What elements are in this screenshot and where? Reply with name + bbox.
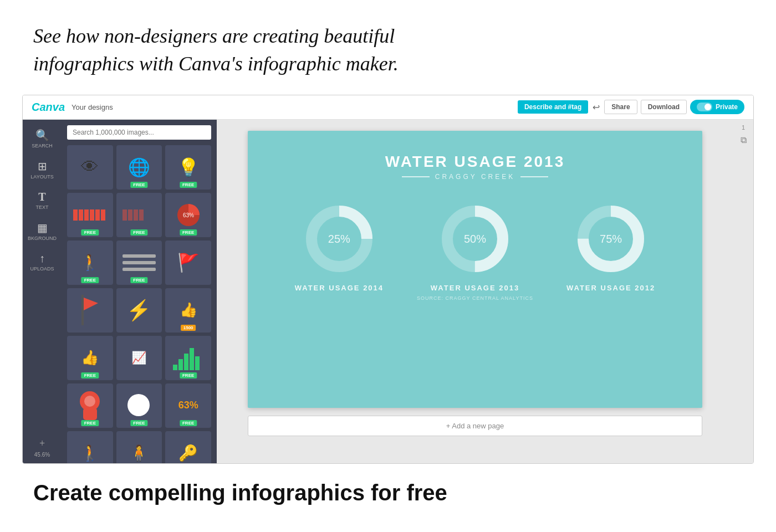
svg-rect-20 bbox=[190, 348, 194, 370]
sidebar: 🔍 SEARCH ⊞ LAYOUTS T TEXT ▦ BKGROUND ↑ U… bbox=[23, 120, 62, 463]
element-white-circle[interactable]: FREE bbox=[116, 383, 162, 428]
free-badge: FREE bbox=[180, 182, 197, 188]
sidebar-background-label: BKGROUND bbox=[28, 236, 57, 241]
svg-rect-18 bbox=[178, 359, 183, 370]
free-badge: FREE bbox=[81, 277, 99, 283]
free-badge: FREE bbox=[130, 229, 147, 236]
download-button[interactable]: Download bbox=[641, 100, 687, 114]
infographic-subtitle: CRAGGY CREEK bbox=[402, 173, 548, 181]
lightning-icon: ⚡ bbox=[126, 299, 151, 322]
eye-icon: 👁 bbox=[81, 157, 99, 177]
text-icon: T bbox=[38, 191, 45, 203]
element-person2[interactable]: 🚶 FREE bbox=[67, 431, 113, 463]
donut-label-1: WATER USAGE 2014 bbox=[295, 284, 384, 292]
svg-point-25 bbox=[127, 394, 150, 416]
element-person[interactable]: 🚶 FREE bbox=[67, 241, 113, 285]
background-icon: ▦ bbox=[37, 221, 48, 234]
person-icon: 🚶 bbox=[80, 253, 100, 272]
key-icon: 🔑 bbox=[178, 444, 198, 462]
sidebar-item-search[interactable]: 🔍 SEARCH bbox=[25, 125, 59, 152]
element-arrow[interactable]: 📈 bbox=[116, 336, 162, 380]
sidebar-item-text[interactable]: T TEXT bbox=[25, 187, 59, 213]
donut-pct-1: 25% bbox=[328, 232, 350, 245]
donut-chart-3: 75% bbox=[575, 203, 647, 275]
free-badge: FREE bbox=[81, 420, 99, 426]
svg-rect-19 bbox=[184, 354, 188, 370]
element-stripes2[interactable]: FREE bbox=[116, 193, 162, 237]
element-bulb[interactable]: 💡 FREE bbox=[165, 145, 211, 190]
svg-rect-0 bbox=[73, 209, 78, 221]
element-stripes1[interactable]: FREE bbox=[67, 193, 113, 237]
element-bars[interactable]: FREE bbox=[165, 336, 211, 380]
private-toggle[interactable] bbox=[697, 103, 712, 111]
donut-pct-3: 75% bbox=[600, 232, 622, 245]
copy-page-icon[interactable]: ⧉ bbox=[741, 135, 747, 145]
svg-rect-6 bbox=[122, 209, 127, 221]
sidebar-item-layouts[interactable]: ⊞ LAYOUTS bbox=[25, 156, 59, 183]
svg-rect-3 bbox=[90, 209, 94, 221]
element-person3[interactable]: 🧍 FREE bbox=[116, 431, 162, 463]
sidebar-layouts-label: LAYOUTS bbox=[30, 174, 53, 180]
canvas-area: WATER USAGE 2013 CRAGGY CREEK 25% WATER … bbox=[217, 120, 733, 463]
person2-icon: 🚶 bbox=[80, 444, 100, 462]
svg-text:63%: 63% bbox=[183, 212, 194, 218]
element-globe[interactable]: 🌐 FREE bbox=[116, 145, 162, 190]
free-badge: FREE bbox=[130, 182, 147, 188]
bars-icon bbox=[173, 345, 203, 370]
circle-icon bbox=[126, 393, 151, 418]
element-lines[interactable]: FREE bbox=[116, 241, 162, 285]
element-key[interactable]: 🔑 FREE bbox=[165, 431, 211, 463]
canva-logo: Canva bbox=[32, 101, 65, 114]
right-toolbar: 1 ⧉ bbox=[733, 120, 753, 463]
bottom-heading: Create compelling infographics for free bbox=[33, 480, 743, 505]
element-lightning[interactable]: ⚡ bbox=[116, 288, 162, 332]
sidebar-item-uploads[interactable]: ↑ UPLOADS bbox=[25, 249, 59, 275]
canvas-page[interactable]: WATER USAGE 2013 CRAGGY CREEK 25% WATER … bbox=[248, 131, 702, 408]
svg-rect-9 bbox=[139, 209, 144, 221]
svg-rect-2 bbox=[84, 209, 89, 221]
sidebar-item-background[interactable]: ▦ BKGROUND bbox=[25, 218, 59, 244]
svg-rect-4 bbox=[95, 209, 100, 221]
page-number: 1 bbox=[742, 124, 745, 131]
donut-chart-1: 25% bbox=[303, 203, 375, 275]
element-panel: 👁 🌐 FREE 💡 FREE bbox=[62, 120, 217, 463]
element-flag-red[interactable] bbox=[67, 288, 113, 332]
undo-button[interactable]: ↩ bbox=[593, 102, 600, 112]
element-thumb-free[interactable]: 👍 FREE bbox=[67, 336, 113, 380]
sidebar-search-label: SEARCH bbox=[32, 143, 53, 149]
hero-section: See how non-designers are creating beaut… bbox=[0, 0, 499, 95]
flag-red-icon bbox=[79, 295, 101, 325]
svg-point-24 bbox=[84, 396, 95, 407]
element-pct63[interactable]: 63% FREE bbox=[165, 383, 211, 428]
app-mockup: Canva Your designs Describe and #tag ↩ S… bbox=[22, 95, 754, 464]
free-badge: FREE bbox=[180, 372, 197, 378]
svg-rect-13 bbox=[122, 261, 156, 264]
donut-container-2: 50% WATER USAGE 2013 SOURCE: CRAGGY CENT… bbox=[417, 203, 533, 301]
element-head[interactable]: FREE bbox=[67, 383, 113, 428]
hero-text: See how non-designers are creating beaut… bbox=[33, 22, 466, 78]
element-flag-green[interactable]: 🚩 bbox=[165, 241, 211, 285]
svg-rect-5 bbox=[101, 209, 105, 221]
bulb-icon: 💡 bbox=[177, 157, 200, 178]
person3-icon: 🧍 bbox=[129, 444, 149, 462]
svg-rect-7 bbox=[128, 209, 132, 221]
svg-rect-21 bbox=[195, 356, 200, 370]
private-button[interactable]: Private bbox=[690, 100, 744, 114]
flag-green-icon: 🚩 bbox=[177, 252, 200, 273]
add-button[interactable]: + bbox=[39, 438, 45, 449]
svg-rect-23 bbox=[83, 408, 97, 420]
globe-icon: 🌐 bbox=[128, 157, 150, 178]
element-pie63[interactable]: 63% FREE bbox=[165, 193, 211, 237]
uploads-icon: ↑ bbox=[39, 252, 45, 265]
svg-rect-8 bbox=[134, 209, 138, 221]
share-button[interactable]: Share bbox=[604, 100, 637, 114]
search-icon: 🔍 bbox=[35, 129, 49, 142]
free-badge: FREE bbox=[81, 372, 99, 378]
elements-grid: 👁 🌐 FREE 💡 FREE bbox=[67, 145, 211, 463]
search-input[interactable] bbox=[67, 125, 211, 140]
element-thumb-1500[interactable]: 👍 1500 bbox=[165, 288, 211, 332]
describe-tag-button[interactable]: Describe and #tag bbox=[518, 100, 588, 114]
add-page-button[interactable]: + Add a new page bbox=[248, 416, 702, 436]
arrow-icon: 📈 bbox=[131, 351, 146, 365]
element-eye[interactable]: 👁 bbox=[67, 145, 113, 190]
